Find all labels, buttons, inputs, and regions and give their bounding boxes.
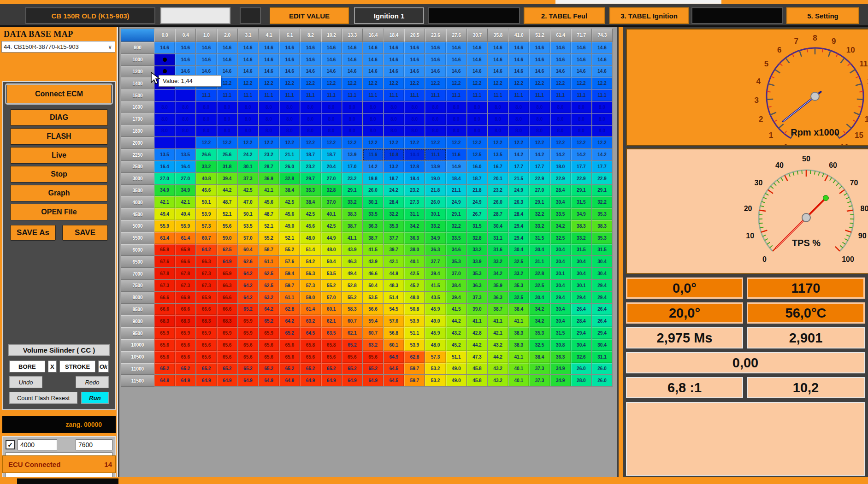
map-cell[interactable]: 26.6 — [196, 149, 217, 161]
col-header[interactable]: 13.3 — [342, 29, 363, 42]
map-cell[interactable]: 26.0 — [592, 363, 613, 375]
map-cell[interactable]: 33.2 — [342, 196, 363, 208]
map-cell[interactable]: 30.4 — [571, 268, 592, 280]
map-cell[interactable]: 37.3 — [529, 363, 550, 375]
map-cell[interactable]: 12.2 — [384, 77, 404, 89]
bore-field[interactable]: BORE — [9, 360, 45, 372]
map-cell[interactable]: 52.1 — [259, 220, 279, 232]
map-cell[interactable]: 64.5 — [384, 375, 404, 387]
map-cell[interactable]: 14.6 — [550, 42, 571, 54]
map-cell[interactable]: 29.4 — [592, 280, 613, 292]
map-cell[interactable]: 57.0 — [321, 292, 342, 304]
map-cell[interactable]: 12.2 — [508, 137, 529, 149]
map-cell[interactable]: 27.0 — [529, 185, 550, 197]
map-cell[interactable]: 34.9 — [425, 232, 446, 244]
map-cell[interactable]: 14.6 — [529, 66, 550, 78]
map-cell[interactable]: 14.6 — [217, 54, 238, 66]
map-cell[interactable]: 30.4 — [529, 292, 550, 304]
map-cell[interactable]: 14.6 — [384, 42, 404, 54]
map-cell[interactable]: 32.5 — [508, 256, 529, 268]
map-cell[interactable]: 32.2 — [592, 196, 613, 208]
map-cell[interactable]: 29.4 — [592, 292, 613, 304]
map-cell[interactable]: 63.2 — [363, 339, 384, 351]
map-cell[interactable]: 30.4 — [508, 244, 529, 256]
map-cell[interactable]: 14.9 — [446, 161, 467, 173]
map-cell[interactable]: 11.1 — [571, 89, 592, 101]
col-header[interactable]: 18.4 — [384, 29, 404, 42]
row-header[interactable]: 1200 — [121, 66, 154, 78]
map-cell[interactable]: 35.3 — [508, 280, 529, 292]
map-cell[interactable]: 45.6 — [259, 196, 279, 208]
map-cell[interactable]: 60.1 — [321, 304, 342, 316]
map-cell[interactable]: 63.2 — [300, 315, 321, 327]
map-cell[interactable]: 59.4 — [363, 315, 384, 327]
map-cell[interactable]: 14.6 — [175, 42, 196, 54]
map-cell[interactable] — [154, 89, 175, 101]
map-cell[interactable]: 33.2 — [425, 220, 446, 232]
map-cell[interactable]: 45.6 — [279, 208, 300, 220]
map-cell[interactable]: 31.5 — [571, 244, 592, 256]
map-cell[interactable]: 67.8 — [154, 268, 175, 280]
map-cell[interactable]: 52.1 — [217, 208, 238, 220]
map-cell[interactable]: 23.2 — [300, 161, 321, 173]
map-cell[interactable]: 18.4 — [446, 173, 467, 185]
map-cell[interactable]: 50.4 — [363, 280, 384, 292]
map-cell[interactable]: 8.0 — [175, 125, 196, 137]
map-cell[interactable]: 29.4 — [571, 327, 592, 339]
map-cell[interactable]: 55.2 — [342, 292, 363, 304]
col-header[interactable]: 61.4 — [550, 29, 571, 42]
map-cell[interactable]: 34.2 — [550, 220, 571, 232]
map-cell[interactable]: 31.5 — [467, 220, 488, 232]
map-cell[interactable]: 8.0 — [508, 125, 529, 137]
map-cell[interactable]: 14.6 — [488, 54, 508, 66]
map-cell[interactable]: 47.0 — [238, 196, 259, 208]
map-cell[interactable]: 64.9 — [300, 375, 321, 387]
map-cell[interactable]: 42.5 — [279, 196, 300, 208]
map-cell[interactable]: 60.7 — [363, 327, 384, 339]
map-cell[interactable]: 68.3 — [154, 315, 175, 327]
map-cell[interactable]: 65.9 — [196, 327, 217, 339]
map-cell[interactable]: 14.2 — [363, 161, 384, 173]
map-cell[interactable]: 8.0 — [446, 101, 467, 113]
map-cell[interactable]: 12.2 — [238, 77, 259, 89]
map-cell[interactable] — [175, 89, 196, 101]
map-cell[interactable]: 11.6 — [363, 149, 384, 161]
map-cell[interactable]: 34.2 — [529, 304, 550, 316]
map-cell[interactable]: 52.8 — [342, 280, 363, 292]
map-cell[interactable]: 8.0 — [467, 125, 488, 137]
map-cell[interactable]: 38.3 — [508, 339, 529, 351]
map-cell[interactable]: 53.9 — [404, 339, 425, 351]
map-cell[interactable]: 46.6 — [363, 268, 384, 280]
map-cell[interactable]: 14.6 — [508, 42, 529, 54]
row-header[interactable]: 6000 — [121, 244, 154, 256]
map-cell[interactable]: 66.3 — [217, 280, 238, 292]
map-cell[interactable]: 19.8 — [363, 173, 384, 185]
map-cell[interactable]: 11.1 — [321, 89, 342, 101]
map-cell[interactable]: 26.4 — [571, 304, 592, 316]
map-cell[interactable]: 14.6 — [404, 54, 425, 66]
col-header[interactable]: 0.4 — [175, 29, 196, 42]
map-cell[interactable]: 50.1 — [196, 196, 217, 208]
tab-tabel-ignition[interactable]: 3. TABEL Ignition — [609, 7, 689, 24]
map-cell[interactable]: 48.0 — [404, 292, 425, 304]
map-cell[interactable]: 64.9 — [259, 375, 279, 387]
map-cell[interactable] — [154, 137, 175, 149]
map-cell[interactable]: 36.3 — [363, 220, 384, 232]
map-cell[interactable]: 65.9 — [238, 327, 259, 339]
map-cell[interactable]: 37.0 — [446, 268, 467, 280]
map-cell[interactable]: 60.1 — [384, 339, 404, 351]
map-cell[interactable]: 64.2 — [259, 304, 279, 316]
tab-setting[interactable]: 5. Setting — [786, 7, 859, 24]
map-cell[interactable]: 45.6 — [196, 185, 217, 197]
col-header[interactable]: 74.3 — [592, 29, 613, 42]
map-cell[interactable] — [175, 137, 196, 149]
map-cell[interactable]: 38.3 — [592, 220, 613, 232]
map-cell[interactable]: 14.6 — [342, 54, 363, 66]
map-cell[interactable]: 8.0 — [279, 125, 300, 137]
map-cell[interactable]: 62.6 — [238, 256, 259, 268]
map-cell[interactable]: 32.5 — [529, 339, 550, 351]
map-cell[interactable]: 11.1 — [425, 89, 446, 101]
map-cell[interactable]: 29.1 — [592, 185, 613, 197]
map-cell[interactable]: 65.6 — [238, 339, 259, 351]
map-cell[interactable]: 48.0 — [300, 232, 321, 244]
